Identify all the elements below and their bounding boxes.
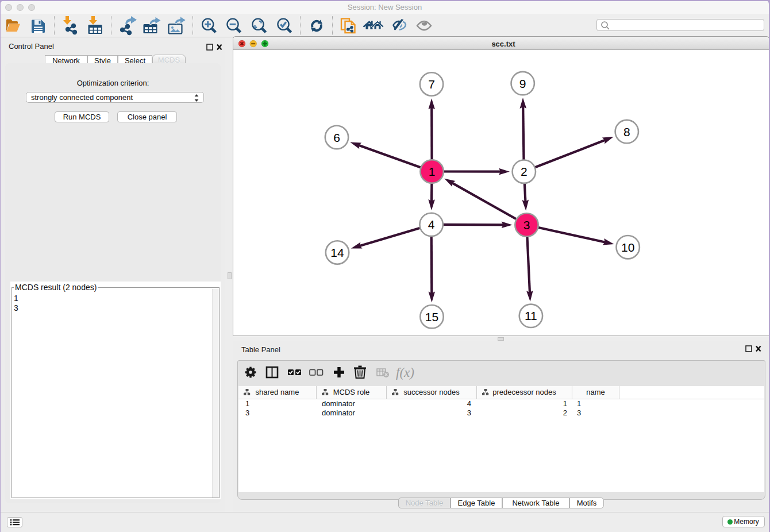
svg-text:7: 7: [428, 78, 435, 91]
svg-text:1: 1: [429, 165, 436, 178]
svg-text:6: 6: [333, 131, 340, 144]
svg-text:15: 15: [425, 310, 438, 323]
svg-text:9: 9: [519, 77, 526, 90]
svg-text:f(x): f(x): [396, 365, 414, 380]
svg-text:4: 4: [428, 218, 435, 231]
svg-text:8: 8: [623, 125, 630, 138]
svg-text:2: 2: [521, 165, 528, 178]
svg-text:3: 3: [523, 218, 530, 232]
svg-text:10: 10: [621, 241, 634, 254]
svg-text:11: 11: [525, 309, 537, 322]
svg-text:14: 14: [330, 246, 344, 259]
